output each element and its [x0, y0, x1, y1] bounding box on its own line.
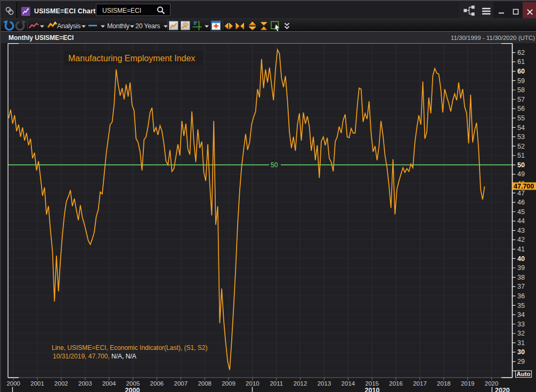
svg-text:30: 30 [517, 348, 525, 356]
svg-text:2000: 2000 [6, 380, 20, 387]
svg-text:2020: 2020 [485, 380, 499, 387]
svg-text:2016: 2016 [389, 380, 403, 387]
svg-text:2014: 2014 [342, 380, 355, 387]
svg-text:51: 51 [517, 152, 525, 159]
svg-text:53: 53 [517, 133, 525, 141]
svg-text:Monthly: Monthly [107, 22, 130, 30]
svg-text:40: 40 [517, 255, 525, 263]
svg-text:Line, USISME=ECI, Economic Ind: Line, USISME=ECI, Economic Indicator(Las… [52, 344, 207, 352]
svg-text:36: 36 [517, 292, 525, 300]
svg-text:2009: 2009 [222, 380, 235, 387]
svg-text:Analysis: Analysis [57, 22, 80, 30]
svg-text:56: 56 [517, 105, 525, 112]
svg-text:34: 34 [517, 311, 525, 318]
svg-text:31: 31 [517, 339, 525, 347]
svg-text:2004: 2004 [102, 380, 116, 387]
svg-text:2008: 2008 [198, 380, 212, 387]
svg-text:2001: 2001 [30, 380, 44, 387]
svg-text:2007: 2007 [174, 380, 188, 387]
svg-text:46: 46 [517, 199, 525, 206]
svg-text:2002: 2002 [54, 380, 68, 387]
svg-text:37: 37 [517, 283, 525, 290]
svg-text:2017: 2017 [413, 380, 427, 387]
svg-text:10/31/2019, 47.700, N/A, N/A: 10/31/2019, 47.700, N/A, N/A [53, 353, 136, 360]
svg-text:2015: 2015 [365, 380, 379, 387]
svg-text:50: 50 [271, 161, 278, 169]
svg-text:2000: 2000 [125, 387, 140, 392]
svg-text:2006: 2006 [150, 380, 164, 387]
svg-text:2019: 2019 [461, 380, 475, 387]
svg-text:49: 49 [517, 170, 525, 178]
svg-text:42: 42 [517, 236, 525, 243]
svg-text:35: 35 [517, 302, 525, 309]
svg-text:47.700: 47.700 [514, 183, 534, 190]
svg-text:61: 61 [517, 58, 525, 66]
svg-text:2011: 2011 [270, 380, 283, 387]
svg-text:45: 45 [517, 208, 525, 216]
svg-text:38: 38 [517, 274, 525, 281]
svg-text:Manufacturing Employment Index: Manufacturing Employment Index [68, 54, 195, 63]
svg-text:20 Years: 20 Years [135, 22, 160, 30]
svg-text:Auto: Auto [516, 371, 530, 377]
svg-text:52: 52 [517, 143, 525, 150]
svg-text:2020: 2020 [495, 387, 510, 392]
svg-text:2005: 2005 [126, 380, 140, 387]
svg-text:62: 62 [517, 49, 525, 56]
svg-text:57: 57 [517, 96, 525, 103]
svg-text:60: 60 [517, 68, 525, 75]
svg-text:55: 55 [517, 115, 525, 122]
svg-text:2003: 2003 [78, 380, 92, 387]
svg-text:50: 50 [517, 161, 525, 169]
svg-text:41: 41 [517, 246, 525, 253]
svg-text:2010: 2010 [365, 387, 380, 392]
svg-text:29: 29 [517, 358, 525, 365]
svg-text:47: 47 [517, 190, 525, 197]
svg-text:39: 39 [517, 264, 525, 272]
svg-text:2012: 2012 [294, 380, 307, 387]
svg-text:32: 32 [517, 330, 525, 337]
svg-text:58: 58 [517, 86, 525, 94]
svg-text:2018: 2018 [437, 380, 451, 387]
svg-text:2010: 2010 [246, 380, 259, 387]
svg-text:44: 44 [517, 217, 525, 225]
svg-text:2013: 2013 [318, 380, 331, 387]
svg-text:59: 59 [517, 77, 525, 85]
svg-text:33: 33 [517, 321, 525, 328]
svg-text:54: 54 [517, 124, 525, 132]
svg-text:43: 43 [517, 227, 525, 234]
